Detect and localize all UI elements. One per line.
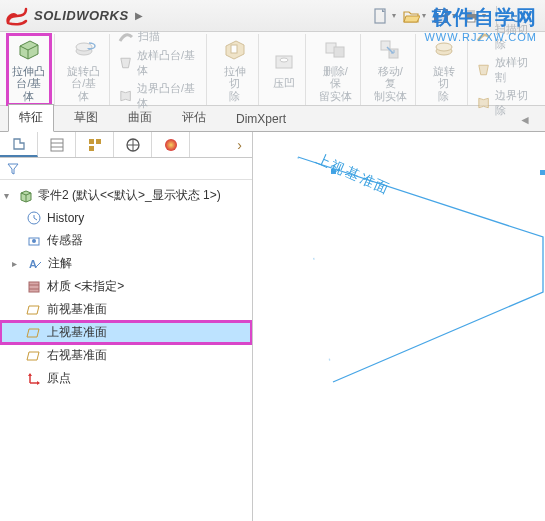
svg-point-17 <box>436 43 452 51</box>
svg-rect-9 <box>231 45 237 53</box>
part-icon <box>18 188 34 204</box>
sensors-icon <box>26 233 42 249</box>
tree-annotations[interactable]: ▸ A 注解 <box>0 252 252 275</box>
main-area: › ▾ 零件2 (默认<<默认>_显示状态 1>) History 传感器 ▸ … <box>0 132 545 521</box>
tree-root[interactable]: ▾ 零件2 (默认<<默认>_显示状态 1>) <box>0 184 252 207</box>
app-logo: SOLIDWORKS <box>4 3 129 29</box>
plane-icon <box>26 325 42 341</box>
svg-point-30 <box>32 239 36 243</box>
tree-top-plane[interactable]: 上视基准面 <box>0 321 252 344</box>
filter-bar[interactable] <box>0 158 252 180</box>
manager-tab-strip: › <box>0 132 252 158</box>
sweep-button[interactable]: 扫描 <box>118 29 203 45</box>
svg-rect-23 <box>89 146 94 151</box>
property-manager-tab[interactable] <box>38 132 76 157</box>
tab-dimxpert[interactable]: DimXpert <box>226 108 296 131</box>
tab-sketch[interactable]: 草图 <box>64 105 108 131</box>
svg-point-11 <box>280 58 288 62</box>
svg-rect-18 <box>51 139 63 151</box>
history-icon <box>26 210 42 226</box>
loft-cut-button[interactable]: 放样切割 <box>476 55 537 85</box>
revolve-cut-button[interactable]: 旋转切 除 <box>424 35 463 103</box>
hole-button[interactable]: 压凹 <box>267 46 301 93</box>
svg-point-8 <box>76 43 92 51</box>
svg-rect-2 <box>437 10 445 15</box>
tab-feature[interactable]: 特征 <box>8 104 54 132</box>
command-tabs: 特征 草图 曲面 评估 DimXpert ◄ <box>0 106 545 132</box>
dimxpert-manager-tab[interactable] <box>114 132 152 157</box>
loft-button[interactable]: 放样凸台/基体 <box>118 48 203 78</box>
tree-origin[interactable]: 原点 <box>0 367 252 390</box>
svg-rect-33 <box>29 282 39 292</box>
svg-point-27 <box>165 139 177 151</box>
feature-tree-tab[interactable] <box>0 132 38 157</box>
tree-root-label: 零件2 (默认<<默认>_显示状态 1>) <box>38 187 221 204</box>
svg-rect-39 <box>540 170 545 175</box>
funnel-icon <box>6 162 20 176</box>
svg-rect-13 <box>334 47 344 57</box>
sweep-cut-button[interactable]: 扫描切除 <box>476 22 537 52</box>
revolve-boss-button[interactable]: 旋转凸 台/基体 <box>63 35 105 103</box>
expand-icon[interactable]: ▾ <box>4 190 14 201</box>
save-button[interactable]: ▾ <box>432 7 456 25</box>
svg-rect-3 <box>437 17 445 22</box>
tab-evaluate[interactable]: 评估 <box>172 105 216 131</box>
manager-overflow[interactable]: › <box>237 137 252 153</box>
tree-sensors[interactable]: 传感器 <box>0 229 252 252</box>
extrude-cut-button[interactable]: 拉伸切 除 <box>215 35 254 103</box>
plane-icon <box>26 302 42 318</box>
svg-rect-5 <box>467 10 475 14</box>
plane-icon <box>26 348 42 364</box>
title-bar: SOLIDWORKS ▶ ▾ ▾ ▾ ▾ ▾ <box>0 0 545 32</box>
origin-icon <box>26 371 42 387</box>
configuration-manager-tab[interactable] <box>76 132 114 157</box>
tree-right-plane[interactable]: 右视基准面 <box>0 344 252 367</box>
feature-manager-panel: › ▾ 零件2 (默认<<默认>_显示状态 1>) History 传感器 ▸ … <box>0 132 253 521</box>
feature-tree: ▾ 零件2 (默认<<默认>_显示状态 1>) History 传感器 ▸ A … <box>0 180 252 521</box>
material-icon <box>26 279 42 295</box>
tabs-overflow-left[interactable]: ◄ <box>513 109 537 131</box>
ribbon: 拉伸凸 台/基体 旋转凸 台/基体 扫描 放样凸台/基体 边界凸台/基体 拉伸切… <box>0 32 545 106</box>
tree-history[interactable]: History <box>0 207 252 229</box>
svg-rect-6 <box>467 18 475 22</box>
new-file-button[interactable]: ▾ <box>372 7 396 25</box>
graphics-viewport[interactable]: 上视基准面 <box>253 132 545 521</box>
annotations-icon: A <box>27 256 43 272</box>
move-copy-button[interactable]: 移动/复 制实体 <box>369 35 411 103</box>
svg-text:A: A <box>29 258 37 270</box>
display-manager-tab[interactable] <box>152 132 190 157</box>
svg-rect-22 <box>96 139 101 144</box>
tree-front-plane[interactable]: 前视基准面 <box>0 298 252 321</box>
extrude-boss-button[interactable]: 拉伸凸 台/基体 <box>8 35 50 103</box>
svg-rect-21 <box>89 139 94 144</box>
tab-surface[interactable]: 曲面 <box>118 105 162 131</box>
open-file-button[interactable]: ▾ <box>402 7 426 25</box>
tree-material[interactable]: 材质 <未指定> <box>0 275 252 298</box>
app-title: SOLIDWORKS <box>34 8 129 23</box>
expand-icon[interactable]: ▸ <box>12 258 22 269</box>
delete-keep-button[interactable]: 删除/保 留实体 <box>314 35 356 103</box>
app-menu-dropdown-icon[interactable]: ▶ <box>135 10 143 21</box>
